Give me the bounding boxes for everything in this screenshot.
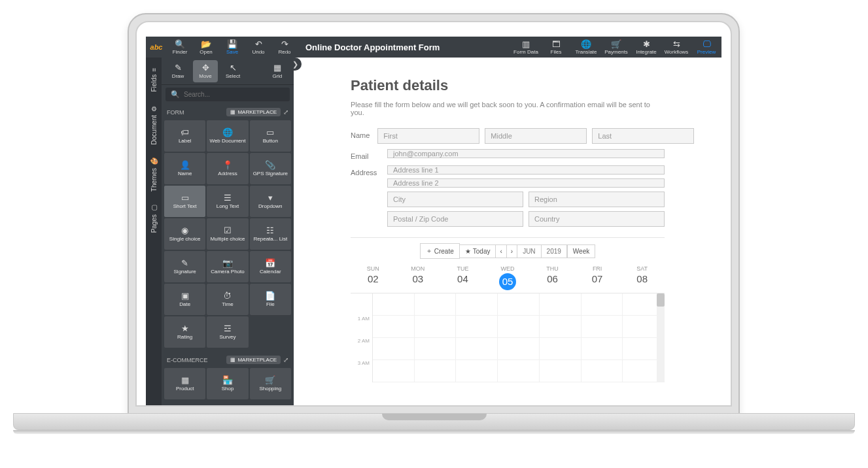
field-tile-date[interactable]: ▣Date bbox=[164, 284, 205, 315]
address1-input[interactable] bbox=[387, 165, 665, 175]
field-tile-gps-signature[interactable]: 📎GPS Signature bbox=[250, 153, 291, 184]
field-tile-camera-photo[interactable]: 📷Camera Photo bbox=[207, 251, 248, 282]
field-tile-name[interactable]: 👤Name bbox=[164, 153, 205, 184]
calendar-cell[interactable] bbox=[498, 360, 540, 382]
email-input[interactable] bbox=[387, 149, 665, 158]
field-tile-survey[interactable]: ☲Survey bbox=[207, 316, 248, 348]
select-tool[interactable]: ↖Select bbox=[220, 60, 245, 82]
calendar-day-07[interactable]: FRI07 bbox=[575, 263, 620, 293]
calendar-today-button[interactable]: ★Today bbox=[460, 244, 496, 258]
field-tile-long-text[interactable]: ☰Long Text bbox=[207, 186, 248, 217]
calendar-cell[interactable] bbox=[373, 316, 415, 338]
calendar-cell[interactable] bbox=[415, 360, 457, 382]
last-name-input[interactable] bbox=[592, 128, 694, 144]
field-tile-single-choice[interactable]: ◉Single choice bbox=[164, 218, 205, 250]
section-expand-icon[interactable]: ⤢ bbox=[283, 109, 288, 116]
topbar-preview-button[interactable]: 🖵Preview bbox=[691, 37, 721, 58]
calendar-day-06[interactable]: THU06 bbox=[530, 263, 575, 293]
calendar-view-button[interactable]: Week bbox=[567, 244, 595, 258]
calendar-cell[interactable] bbox=[456, 316, 498, 338]
calendar-cell[interactable] bbox=[373, 338, 415, 360]
country-input[interactable] bbox=[529, 211, 665, 227]
sidebar-expand-handle[interactable]: ❯ bbox=[288, 58, 302, 71]
calendar-cell[interactable] bbox=[373, 293, 415, 316]
calendar-cell[interactable] bbox=[540, 338, 582, 360]
marketplace-button[interactable]: ▦Marketplace bbox=[226, 108, 281, 116]
calendar-cell[interactable] bbox=[540, 360, 582, 382]
topbar-files-button[interactable]: 🗔Files bbox=[541, 37, 571, 58]
search-input[interactable] bbox=[184, 91, 285, 98]
city-input[interactable] bbox=[387, 192, 523, 207]
calendar-cell[interactable] bbox=[582, 360, 623, 382]
topbar-form-data-button[interactable]: ▥Form Data bbox=[511, 37, 541, 58]
calendar-scrollbar[interactable] bbox=[657, 293, 665, 382]
calendar-cell[interactable] bbox=[415, 316, 457, 338]
calendar-cell[interactable] bbox=[498, 293, 540, 316]
move-tool[interactable]: ✥Move bbox=[193, 60, 218, 82]
middle-name-input[interactable] bbox=[485, 128, 587, 144]
topbar-translate-button[interactable]: 🌐Translate bbox=[571, 37, 601, 58]
field-tile-time[interactable]: ⏱Time bbox=[207, 284, 248, 315]
search-box[interactable]: 🔍 bbox=[165, 88, 290, 101]
field-tile-repeata-list[interactable]: ☷Repeata... List bbox=[250, 218, 291, 250]
calendar-cell[interactable] bbox=[456, 360, 498, 382]
calendar-cell[interactable] bbox=[540, 293, 582, 316]
draw-tool[interactable]: ✎Draw bbox=[165, 60, 190, 82]
calendar-cell[interactable] bbox=[415, 338, 457, 360]
tile-label: Long Text bbox=[217, 204, 239, 210]
calendar-cell[interactable] bbox=[415, 293, 457, 316]
topbar-finder-button[interactable]: 🔍Finder bbox=[167, 37, 193, 58]
field-tile-product[interactable]: ▦Product bbox=[164, 368, 205, 399]
field-tile-address[interactable]: 📍Address bbox=[207, 153, 248, 184]
field-tile-dropdown[interactable]: ▾Dropdown bbox=[250, 186, 291, 217]
region-input[interactable] bbox=[529, 192, 665, 207]
calendar-cell[interactable] bbox=[582, 338, 623, 360]
field-tile-rating[interactable]: ★Rating bbox=[164, 316, 205, 348]
calendar-day-05[interactable]: WED05 bbox=[485, 263, 530, 293]
topbar-undo-button[interactable]: ↶Undo bbox=[245, 37, 271, 58]
field-tile-file[interactable]: 📄File bbox=[250, 284, 291, 315]
calendar-cell[interactable] bbox=[373, 360, 415, 382]
field-tile-multiple-choice[interactable]: ☑Multiple choice bbox=[207, 218, 248, 250]
topbar-workflows-button[interactable]: ⇆Workflows bbox=[661, 37, 691, 58]
calendar-cell[interactable] bbox=[582, 293, 623, 316]
calendar-cell[interactable] bbox=[498, 338, 540, 360]
postal-input[interactable] bbox=[387, 211, 523, 227]
calendar-cell[interactable] bbox=[498, 316, 540, 338]
rail-tab-document[interactable]: Document⚙ bbox=[150, 99, 158, 152]
rail-tab-fields[interactable]: Fields≡ bbox=[150, 61, 158, 99]
calendar-cell[interactable] bbox=[456, 293, 498, 316]
calendar-cell[interactable] bbox=[456, 338, 498, 360]
calendar-create-button[interactable]: ＋Create bbox=[420, 243, 460, 259]
field-tile-shopping[interactable]: 🛒Shopping bbox=[250, 368, 291, 399]
grid-tool[interactable]: ▦Grid bbox=[265, 60, 290, 82]
section-expand-icon-2[interactable]: ⤢ bbox=[283, 356, 288, 363]
first-name-input[interactable] bbox=[377, 128, 479, 144]
address2-input[interactable] bbox=[387, 178, 665, 188]
calendar-day-08[interactable]: SAT08 bbox=[619, 263, 665, 293]
field-tile-calendar[interactable]: 📅Calendar bbox=[250, 251, 291, 282]
calendar-day-02[interactable]: SUN02 bbox=[351, 263, 396, 293]
calendar-cell[interactable] bbox=[540, 316, 582, 338]
workflows-icon: ⇆ bbox=[673, 40, 680, 48]
topbar-open-button[interactable]: 📂Open bbox=[193, 37, 219, 58]
calendar-cell[interactable] bbox=[582, 316, 623, 338]
calendar-day-04[interactable]: TUE04 bbox=[440, 263, 485, 293]
calendar-next-button[interactable]: › bbox=[507, 244, 517, 258]
field-tile-signature[interactable]: ✎Signature bbox=[164, 251, 205, 282]
field-tile-button[interactable]: ▭Button bbox=[250, 120, 291, 152]
topbar-integrate-button[interactable]: ✱Integrate bbox=[631, 37, 661, 58]
rail-tab-pages[interactable]: Pages▢ bbox=[150, 198, 158, 239]
field-tile-shop[interactable]: 🏪Shop bbox=[207, 368, 248, 399]
rail-tab-themes[interactable]: Themes🎨 bbox=[150, 151, 158, 198]
field-tile-web-document[interactable]: 🌐Web Document bbox=[207, 120, 248, 152]
topbar-save-button[interactable]: 💾Save bbox=[219, 37, 245, 58]
scrollbar-thumb[interactable] bbox=[657, 293, 665, 307]
field-tile-short-text[interactable]: ▭Short Text bbox=[164, 186, 205, 217]
topbar-redo-button[interactable]: ↷Redo bbox=[271, 37, 298, 58]
topbar-payments-button[interactable]: 🛒Payments bbox=[601, 37, 631, 58]
field-tile-label[interactable]: 🏷Label bbox=[164, 120, 205, 152]
calendar-prev-button[interactable]: ‹ bbox=[496, 244, 506, 258]
marketplace-button-2[interactable]: ▦Marketplace bbox=[226, 356, 281, 364]
calendar-day-03[interactable]: MON03 bbox=[396, 263, 441, 293]
